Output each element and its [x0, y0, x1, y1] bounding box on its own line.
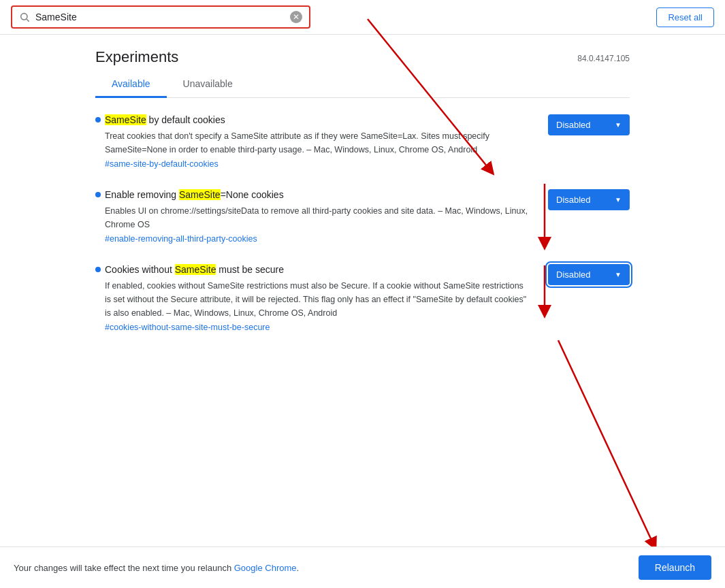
experiment-item-samesite-default: SameSite by default cookies Treat cookie…	[95, 114, 630, 169]
top-bar: ✕ Reset all	[0, 0, 725, 35]
bottom-message-pre: Your changes will take effect the next t…	[14, 563, 234, 573]
experiment-left-3: Cookies without SameSite must be secure …	[95, 264, 548, 332]
tab-available[interactable]: Available	[95, 71, 167, 98]
google-chrome-link[interactable]: Google Chrome	[234, 563, 297, 573]
tabs-bar: Available Unavailable	[95, 71, 630, 98]
dropdown-arrow-3: ▼	[615, 271, 622, 278]
dropdown-label-2: Disabled	[556, 195, 591, 205]
svg-point-0	[21, 14, 27, 20]
bottom-bar: Your changes will take effect the next t…	[0, 546, 725, 588]
dropdown-label-3: Disabled	[556, 270, 591, 280]
experiment-left-2: Enable removing SameSite=None cookies En…	[95, 189, 548, 244]
tab-unavailable[interactable]: Unavailable	[167, 71, 249, 98]
experiment-desc-1: Treat cookies that don't specify a SameS…	[105, 129, 532, 157]
blue-dot-1	[95, 117, 101, 122]
relaunch-button[interactable]: Relaunch	[639, 555, 711, 580]
dropdown-arrow-1: ▼	[615, 121, 622, 129]
svg-line-5	[558, 340, 654, 544]
dropdown-3[interactable]: Disabled ▼	[548, 264, 630, 285]
blue-dot-3	[95, 267, 101, 272]
experiment-title-1: SameSite by default cookies	[105, 114, 225, 125]
experiment-link-2[interactable]: #enable-removing-all-third-party-cookies	[105, 234, 532, 244]
highlight-1: SameSite	[105, 114, 146, 125]
dropdown-1[interactable]: Disabled ▼	[548, 114, 630, 135]
experiment-left-1: SameSite by default cookies Treat cookie…	[95, 114, 548, 169]
dropdown-label-1: Disabled	[556, 120, 591, 130]
experiment-title-2: Enable removing SameSite=None cookies	[105, 189, 284, 200]
dropdown-arrow-2: ▼	[615, 196, 622, 203]
clear-icon[interactable]: ✕	[290, 11, 302, 23]
dropdown-2[interactable]: Disabled ▼	[548, 189, 630, 210]
search-input[interactable]	[35, 12, 285, 22]
experiment-desc-2: Enables UI on chrome://settings/siteData…	[105, 204, 532, 231]
highlight-2: SameSite	[179, 189, 221, 200]
experiment-title-3: Cookies without SameSite must be secure	[105, 264, 284, 275]
main-content: Experiments 84.0.4147.105 Available Unav…	[0, 35, 725, 366]
experiment-link-3[interactable]: #cookies-without-same-site-must-be-secur…	[105, 323, 532, 332]
search-box: ✕	[11, 5, 310, 29]
highlight-3: SameSite	[175, 264, 216, 275]
bottom-message: Your changes will take effect the next t…	[14, 563, 299, 573]
experiment-link-1[interactable]: #same-site-by-default-cookies	[105, 159, 532, 169]
search-icon	[19, 12, 30, 22]
experiment-item-cookies-without-samesite: Cookies without SameSite must be secure …	[95, 264, 630, 332]
reset-all-button[interactable]: Reset all	[656, 7, 714, 27]
experiment-desc-3: If enabled, cookies without SameSite res…	[105, 279, 532, 320]
bottom-message-post: .	[297, 563, 300, 573]
blue-dot-2	[95, 192, 101, 197]
svg-line-1	[27, 19, 29, 22]
experiment-item-removing-samesite: Enable removing SameSite=None cookies En…	[95, 189, 630, 244]
